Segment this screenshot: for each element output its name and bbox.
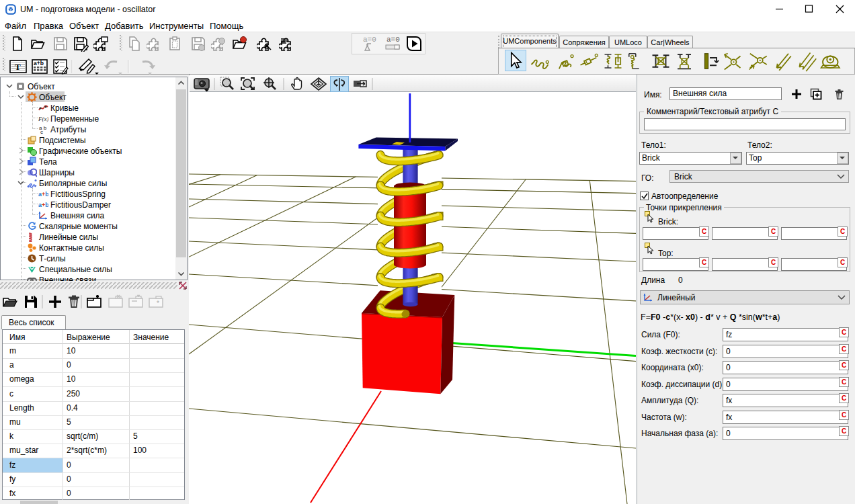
svg-text:c: c xyxy=(40,129,43,134)
svg-text:a+b: a+b xyxy=(38,191,48,198)
svg-text:a=0: a=0 xyxy=(386,36,400,44)
svg-text:a+b: a+b xyxy=(34,60,44,67)
svg-text:F(x): F(x) xyxy=(38,116,48,122)
svg-text:a+b: a+b xyxy=(38,202,48,208)
svg-text:*: * xyxy=(157,300,159,307)
svg-text:a=0: a=0 xyxy=(363,36,376,44)
svg-text:T: T xyxy=(15,62,21,72)
